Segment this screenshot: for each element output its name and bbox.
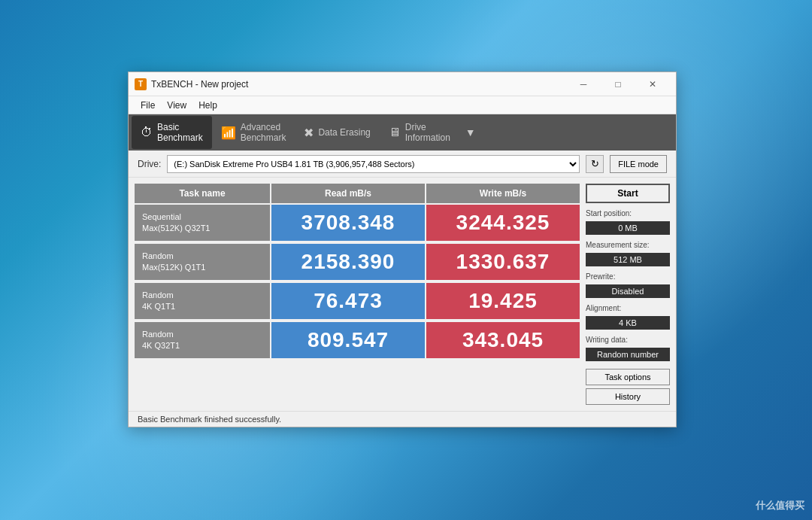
tab-data-erasing[interactable]: ✖ Data Erasing [295, 116, 379, 149]
row3-write: 19.425 [426, 283, 580, 319]
writing-data-value: Random number [586, 348, 670, 361]
row1-read: 3708.348 [271, 205, 425, 241]
tab-erasing-label: Data Erasing [318, 127, 370, 138]
status-bar: Basic Benchmark finished successfully. [129, 411, 676, 427]
drive-select[interactable]: (E:) SanDisk Extreme Pro USB4 1.81 TB (3… [167, 155, 580, 173]
tab-basic-label: BasicBenchmark [157, 122, 203, 144]
row4-read: 809.547 [271, 322, 425, 358]
drive-refresh-button[interactable]: ↻ [586, 155, 604, 173]
toolbar: ⏱ BasicBenchmark 📶 AdvancedBenchmark ✖ D… [129, 114, 676, 151]
table-row: SequentialMax(512K) Q32T1 3708.348 3244.… [135, 205, 580, 241]
status-text: Basic Benchmark finished successfully. [138, 415, 281, 424]
measurement-size-label: Measurement size: [586, 241, 670, 249]
writing-data-label: Writing data: [586, 336, 670, 344]
measurement-size-value: 512 MB [586, 253, 670, 266]
benchmark-table: Task name Read mB/s Write mB/s Sequentia… [135, 184, 580, 405]
table-row: Random4K Q1T1 76.473 19.425 [135, 283, 580, 319]
header-write: Write mB/s [426, 184, 580, 203]
menu-help[interactable]: Help [192, 99, 223, 112]
drive-bar: Drive: (E:) SanDisk Extreme Pro USB4 1.8… [129, 151, 676, 178]
table-row: RandomMax(512K) Q1T1 2158.390 1330.637 [135, 244, 580, 280]
toolbar-more-button[interactable]: ▼ [459, 126, 482, 138]
tab-drive-label: DriveInformation [405, 122, 450, 144]
advanced-benchmark-icon: 📶 [221, 126, 236, 140]
menu-bar: File View Help [129, 96, 676, 114]
basic-benchmark-icon: ⏱ [141, 126, 153, 139]
table-row: Random4K Q32T1 809.547 343.045 [135, 322, 580, 358]
row2-label: RandomMax(512K) Q1T1 [135, 244, 270, 280]
row3-read: 76.473 [271, 283, 425, 319]
row2-write: 1330.637 [426, 244, 580, 280]
watermark: 什么值得买 [756, 499, 804, 512]
window-controls: ─ □ ✕ [566, 72, 670, 96]
menu-view[interactable]: View [161, 99, 192, 112]
main-content: Task name Read mB/s Write mB/s Sequentia… [129, 178, 676, 411]
tab-basic-benchmark[interactable]: ⏱ BasicBenchmark [132, 116, 212, 149]
header-read: Read mB/s [271, 184, 425, 203]
title-bar: T TxBENCH - New project ─ □ ✕ [129, 72, 676, 96]
prewrite-label: Prewrite: [586, 272, 670, 281]
tab-advanced-benchmark[interactable]: 📶 AdvancedBenchmark [212, 116, 295, 149]
drive-label: Drive: [138, 159, 161, 169]
start-position-label: Start position: [586, 209, 670, 217]
start-button[interactable]: Start [586, 184, 670, 203]
row1-label: SequentialMax(512K) Q32T1 [135, 205, 270, 241]
row2-read: 2158.390 [271, 244, 425, 280]
task-options-button[interactable]: Task options [586, 369, 670, 385]
alignment-label: Alignment: [586, 304, 670, 312]
drive-information-icon: 🖥 [389, 126, 401, 139]
file-mode-button[interactable]: FILE mode [610, 155, 667, 173]
tab-drive-information[interactable]: 🖥 DriveInformation [380, 116, 459, 149]
table-header: Task name Read mB/s Write mB/s [135, 184, 580, 203]
history-button[interactable]: History [586, 388, 670, 405]
data-erasing-icon: ✖ [304, 126, 314, 140]
menu-file[interactable]: File [135, 99, 161, 112]
right-panel: Start Start position: 0 MB Measurement s… [580, 184, 670, 405]
close-button[interactable]: ✕ [635, 72, 670, 96]
main-window: T TxBENCH - New project ─ □ ✕ File View … [128, 71, 677, 427]
app-icon: T [135, 78, 147, 90]
header-task: Task name [135, 184, 270, 203]
row1-write: 3244.325 [426, 205, 580, 241]
minimize-button[interactable]: ─ [566, 72, 601, 96]
row4-write: 343.045 [426, 322, 580, 358]
window-title: TxBENCH - New project [151, 79, 566, 90]
alignment-value: 4 KB [586, 316, 670, 330]
tab-advanced-label: AdvancedBenchmark [241, 122, 286, 144]
start-position-value: 0 MB [586, 221, 670, 235]
row4-label: Random4K Q32T1 [135, 322, 270, 358]
prewrite-value: Disabled [586, 284, 670, 298]
row3-label: Random4K Q1T1 [135, 283, 270, 319]
maximize-button[interactable]: □ [601, 72, 635, 96]
